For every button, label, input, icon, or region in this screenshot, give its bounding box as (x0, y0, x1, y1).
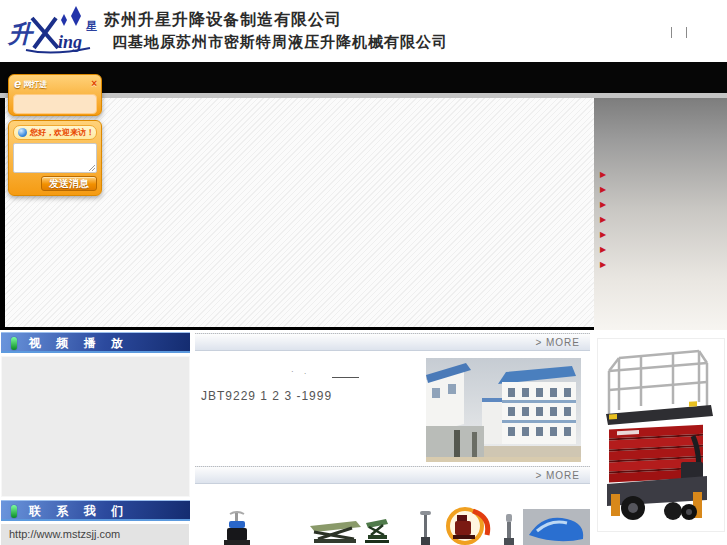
company-name-line2: 四基地原苏州市密斯特周液压升降机械有限公司 (112, 33, 448, 52)
chat-greeting: 您好，欢迎来访！ (13, 125, 97, 140)
company-name-line1: 苏州升星升降设备制造有限公司 (104, 10, 342, 31)
chat-message-input[interactable] (13, 143, 97, 173)
video-section-title: 视 频 播 放 (29, 336, 129, 350)
news-section-bar: > MORE (195, 333, 590, 351)
chat-banner-panel (13, 94, 97, 114)
product-thumbnail[interactable] (418, 511, 433, 545)
svg-text:ing: ing (58, 32, 82, 52)
chat-body-box: 您好，欢迎来访！ 发送消息 (8, 120, 102, 196)
banner-sidebar: ▶▶▶▶▶▶▶ (594, 98, 727, 330)
section-bullet-icon (11, 337, 17, 350)
product-photo-box (597, 338, 725, 532)
globe-icon (18, 128, 27, 137)
menu-arrow-icon[interactable]: ▶ (600, 167, 606, 182)
menu-arrow-icon[interactable]: ▶ (600, 212, 606, 227)
nav-bar (0, 62, 727, 93)
close-icon[interactable]: × (91, 79, 97, 89)
chat-title: 网打进 (23, 79, 91, 90)
menu-arrow-icon[interactable]: ▶ (600, 242, 606, 257)
factory-photo[interactable] (426, 358, 581, 462)
text-fragment-line (332, 377, 359, 378)
product-thumbnail[interactable] (222, 511, 252, 545)
products-more-link[interactable]: > MORE (535, 470, 580, 481)
banner-menu: ▶▶▶▶▶▶▶ (600, 167, 606, 272)
svg-text:星: 星 (85, 20, 97, 32)
scissor-lift-photo[interactable] (601, 344, 719, 524)
product-thumbnail[interactable] (306, 519, 362, 545)
menu-arrow-icon[interactable]: ▶ (600, 257, 606, 272)
video-player-box[interactable] (1, 356, 190, 497)
chat-footer: 发送消息 (13, 176, 97, 191)
e-logo-icon: e (14, 77, 21, 91)
chat-header-box: e 网打进 × (8, 74, 102, 116)
svg-text:升: 升 (7, 21, 35, 47)
chat-input-wrap (13, 143, 97, 173)
menu-arrow-icon[interactable]: ▶ (600, 182, 606, 197)
page: { "header": { "logo": { "glyph_sheng": "… (0, 0, 727, 545)
contact-section-title: 联 系 我 们 (29, 504, 129, 518)
product-thumbnail[interactable] (364, 517, 390, 545)
news-more-link[interactable]: > MORE (535, 337, 580, 348)
menu-arrow-icon[interactable]: ▶ (600, 227, 606, 242)
section-bullet-icon (11, 505, 17, 518)
site-url[interactable]: http://www.mstzsjj.com (1, 524, 189, 545)
resize-handle-icon[interactable] (89, 165, 95, 171)
products-section-bar: > MORE (195, 466, 590, 484)
banner-area: ▶▶▶▶▶▶▶ (0, 93, 727, 330)
site-header: 升 ing 星 苏州升星升降设备制造有限公司 四基地原苏州市密斯特周液压升降机械… (0, 0, 727, 62)
product-thumbnail[interactable] (443, 507, 493, 545)
contact-section-bar: 联 系 我 们 (1, 500, 190, 521)
header-separator (671, 27, 672, 38)
text-fragment: · . (291, 367, 310, 376)
header-separator (686, 27, 687, 38)
chat-greeting-text: 您好，欢迎来访！ (30, 127, 94, 138)
product-thumbnail[interactable] (502, 514, 516, 545)
product-thumbnail[interactable] (523, 509, 590, 545)
send-message-button[interactable]: 发送消息 (41, 176, 97, 191)
chat-widget: e 网打进 × 您好，欢迎来访！ 发送消息 (8, 74, 102, 196)
company-logo: 升 ing 星 (6, 4, 98, 58)
video-section-bar: 视 频 播 放 (1, 332, 190, 353)
chat-header: e 网打进 × (9, 75, 101, 92)
menu-arrow-icon[interactable]: ▶ (600, 197, 606, 212)
news-item-link[interactable]: JBT9229 1 2 3 -1999 (201, 389, 332, 403)
